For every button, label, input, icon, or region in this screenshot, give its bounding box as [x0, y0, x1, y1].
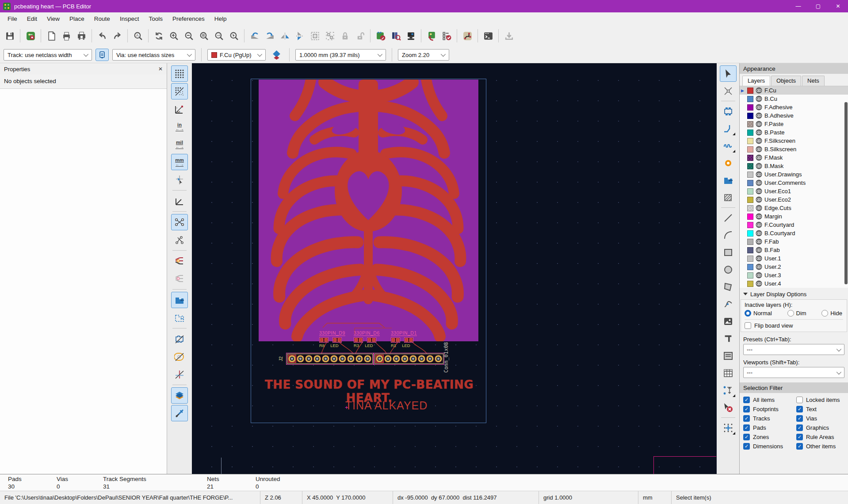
radio-icon[interactable] — [821, 310, 828, 317]
visibility-eye-icon[interactable] — [756, 87, 762, 94]
layer-row-b-adhesive[interactable]: B.Adhesive — [740, 111, 848, 120]
checkbox-icon[interactable]: ✓ — [743, 434, 750, 440]
resistor-footprint[interactable] — [391, 337, 400, 343]
layer-display-options-header[interactable]: Layer Display Options — [740, 289, 848, 299]
filter-locked-items[interactable]: Locked items — [796, 397, 844, 403]
layer-color-swatch[interactable] — [747, 163, 753, 169]
pad[interactable] — [347, 355, 355, 363]
layer-row-edge-cuts[interactable]: Edge.Cuts — [740, 204, 848, 212]
layer-row-f-silkscreen[interactable]: F.Silkscreen — [740, 137, 848, 145]
polar-coords-icon[interactable]: rθ — [171, 101, 188, 117]
pad[interactable] — [297, 355, 304, 363]
draw-line-icon[interactable] — [720, 210, 737, 226]
pad-1[interactable] — [376, 355, 383, 363]
layer-row-user-drawings[interactable]: User.Drawings — [740, 170, 848, 179]
footprint-group-330pin_d6[interactable]: 330PIN_D6R3LED — [354, 328, 386, 348]
close-panel-icon[interactable]: ✕ — [158, 66, 163, 72]
layer-color-swatch[interactable] — [747, 230, 753, 237]
filter-all-items[interactable]: ✓All items — [743, 397, 796, 403]
checkbox-icon[interactable]: ✓ — [743, 397, 750, 403]
layer-color-swatch[interactable] — [747, 138, 753, 144]
flip-board-checkbox[interactable] — [745, 322, 751, 329]
layer-color-swatch[interactable] — [747, 256, 753, 262]
layer-row-f-adhesive[interactable]: F.Adhesive — [740, 103, 848, 111]
lock-icon[interactable] — [338, 29, 352, 43]
board-setup-icon[interactable] — [23, 29, 38, 43]
pad[interactable] — [339, 355, 346, 363]
route-tracks-icon[interactable] — [720, 120, 737, 137]
save-icon[interactable] — [3, 29, 17, 43]
layer-color-swatch[interactable] — [747, 104, 753, 111]
checkbox-icon[interactable]: ✓ — [743, 443, 750, 450]
layer-row-b-cu[interactable]: B.Cu — [740, 95, 848, 103]
pad-sketch-icon[interactable] — [171, 348, 188, 365]
checkbox-icon[interactable]: ✓ — [743, 415, 750, 422]
add-image-icon[interactable] — [720, 313, 737, 329]
units-inches-icon[interactable]: in←→ — [171, 118, 188, 135]
layer-pair-icon[interactable] — [269, 48, 283, 62]
layer-row-b-courtyard[interactable]: B.Courtyard — [740, 229, 848, 237]
filter-dimensions[interactable]: ✓Dimensions — [743, 443, 796, 450]
layer-row-user-4[interactable]: User.4 — [740, 279, 848, 288]
checkbox-icon[interactable]: ✓ — [796, 406, 803, 412]
footprint-sketch-icon[interactable] — [171, 331, 188, 347]
visibility-eye-icon[interactable] — [756, 146, 762, 153]
pad[interactable] — [313, 355, 321, 363]
zone-outline-icon[interactable] — [171, 309, 188, 326]
layer-color-swatch[interactable] — [747, 172, 753, 178]
net-color-mode-icon[interactable] — [171, 271, 188, 287]
zone-fill-icon[interactable] — [171, 292, 188, 308]
radio-dim[interactable]: Dim — [787, 310, 806, 317]
checkbox-icon[interactable]: ✓ — [796, 415, 803, 422]
filter-pads[interactable]: ✓Pads — [743, 424, 796, 431]
pad[interactable] — [409, 355, 417, 363]
tab-layers[interactable]: Layers — [742, 76, 770, 86]
checkbox-icon[interactable]: ✓ — [796, 443, 803, 450]
checkbox-icon[interactable]: ✓ — [796, 424, 803, 431]
layers-manager-icon[interactable] — [171, 387, 188, 404]
radio-icon[interactable] — [745, 310, 751, 317]
flip-horizontal-icon[interactable] — [278, 29, 292, 43]
layer-color-swatch[interactable] — [747, 130, 753, 136]
highlight-net-icon[interactable] — [720, 83, 737, 99]
ratsnest-icon[interactable] — [171, 214, 188, 230]
3d-viewer-icon[interactable] — [404, 29, 418, 43]
rotate-ccw-icon[interactable] — [248, 29, 262, 43]
led-footprint[interactable] — [404, 337, 413, 343]
group-icon[interactable] — [308, 29, 322, 43]
add-rule-area-icon[interactable] — [720, 189, 737, 206]
layer-row-f-cu[interactable]: ▶F.Cu — [740, 86, 848, 95]
track-width-select[interactable]: Track: use netclass width — [4, 49, 92, 61]
filter-tracks[interactable]: ✓Tracks — [743, 415, 796, 422]
layer-color-swatch[interactable] — [747, 272, 753, 279]
visibility-eye-icon[interactable] — [756, 137, 762, 144]
pad[interactable] — [401, 355, 409, 363]
filter-graphics[interactable]: ✓Graphics — [796, 424, 844, 431]
visibility-eye-icon[interactable] — [756, 205, 762, 211]
pad[interactable] — [418, 355, 425, 363]
visibility-eye-icon[interactable] — [756, 104, 762, 111]
zoom-select[interactable]: Zoom 2.20 — [398, 49, 449, 61]
layer-color-swatch[interactable] — [747, 239, 753, 245]
footprint-editor-icon[interactable] — [374, 29, 388, 43]
active-layer-select[interactable]: F.Cu (PgUp) — [207, 49, 266, 61]
visibility-eye-icon[interactable] — [756, 196, 762, 203]
layer-color-swatch[interactable] — [747, 188, 753, 195]
add-table-icon[interactable] — [720, 365, 737, 381]
menu-preferences[interactable]: Preferences — [168, 14, 210, 24]
layer-color-swatch[interactable] — [747, 281, 753, 287]
free-angle-icon[interactable] — [171, 193, 188, 209]
layer-row-user-eco1[interactable]: User.Eco1 — [740, 187, 848, 195]
add-textbox-icon[interactable] — [720, 347, 737, 364]
net-highlight-icon[interactable] — [171, 253, 188, 269]
layer-color-swatch[interactable] — [747, 247, 753, 253]
select-tool-icon[interactable] — [720, 65, 737, 82]
layer-color-swatch[interactable] — [747, 96, 753, 102]
visibility-eye-icon[interactable] — [756, 129, 762, 136]
layer-color-swatch[interactable] — [747, 121, 753, 127]
ratsnest-curved-icon[interactable] — [171, 232, 188, 248]
menu-help[interactable]: Help — [210, 14, 232, 24]
drc-icon[interactable] — [439, 29, 454, 43]
visibility-eye-icon[interactable] — [756, 221, 762, 228]
via-size-select[interactable]: Via: use netclass sizes — [112, 49, 195, 61]
